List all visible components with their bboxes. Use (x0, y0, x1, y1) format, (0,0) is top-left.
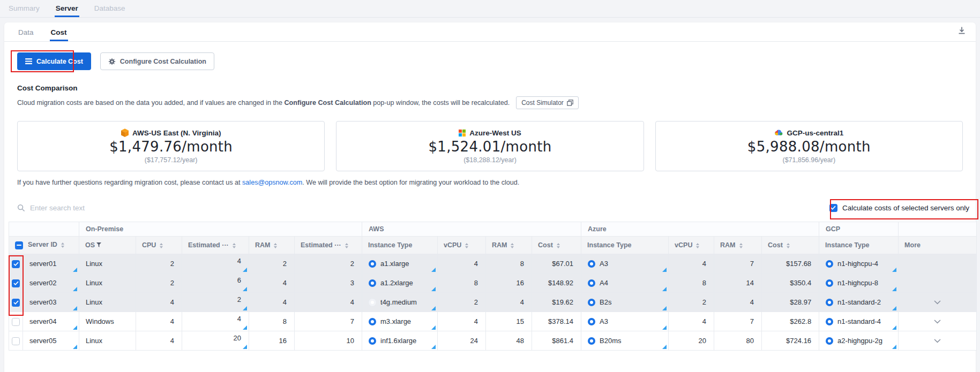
column-header-estimated-[interactable]: Estimated ··· (182, 237, 249, 254)
column-header-estimated-[interactable]: Estimated ··· (295, 237, 362, 254)
column-header-ram[interactable]: RAM (486, 237, 532, 254)
select-all-checkbox[interactable] (15, 241, 23, 249)
aws-cost-cell: $67.01 (532, 254, 581, 274)
aws-instance-cell[interactable]: t4g.medium (362, 293, 438, 312)
provider-name: GCP-us-central1 (787, 129, 843, 137)
column-header-instance-type: Instance Type (581, 237, 669, 254)
gcp-icon (774, 130, 783, 136)
row-checkbox[interactable] (12, 337, 20, 345)
selected-only-checkbox[interactable] (829, 204, 837, 212)
aws-cost-cell: $19.62 (532, 293, 581, 312)
azure-instance-cell[interactable]: A4 (581, 274, 669, 293)
azure-cost-cell: $724.16 (762, 331, 819, 351)
estimated-cpu-cell[interactable]: 2 (182, 293, 249, 312)
expand-chevron-icon[interactable] (934, 298, 941, 306)
aws-instance-cell[interactable]: a1.xlarge (362, 254, 438, 274)
sort-icon[interactable] (274, 243, 277, 248)
gcp-instance-cell[interactable]: n1-standard-2 (819, 293, 899, 312)
aws-ram-cell: 48 (486, 331, 532, 351)
aws-instance-cell[interactable]: a1.2xlarge (362, 274, 438, 293)
filter-icon[interactable] (96, 241, 101, 249)
gcp-instance-cell[interactable]: a2-highgpu-2g (819, 331, 899, 351)
sort-icon[interactable] (465, 243, 468, 248)
sort-icon[interactable] (233, 243, 236, 248)
estimated-cpu-cell[interactable]: 4 (182, 254, 249, 274)
tab-cost[interactable]: Cost (50, 28, 68, 41)
group-header-blank (9, 222, 79, 237)
sort-icon[interactable] (160, 243, 163, 248)
os-cell: Linux (79, 331, 136, 351)
gcp-instance-cell[interactable]: n1-highcpu-8 (819, 274, 899, 293)
tab-database[interactable]: Database (93, 4, 126, 17)
tab-summary[interactable]: Summary (8, 4, 41, 17)
column-header-cost[interactable]: Cost (762, 237, 819, 254)
configure-cost-button[interactable]: Configure Cost Calculation (100, 52, 214, 70)
gcp-instance-cell[interactable]: n1-standard-4 (819, 312, 899, 331)
sort-icon[interactable] (739, 243, 743, 248)
column-header-os[interactable]: OS (79, 237, 136, 254)
azure-instance-cell[interactable]: A3 (581, 254, 669, 274)
instance-type-label: n1-standard-4 (837, 317, 881, 325)
aws-ram-cell: 16 (486, 274, 532, 293)
azure-instance-cell[interactable]: B20ms (581, 331, 669, 351)
calculate-cost-button[interactable]: Calculate Cost (17, 52, 91, 70)
row-checkbox[interactable] (12, 318, 20, 326)
contact-note: If you have further questions regarding … (17, 179, 963, 186)
cost-simulator-button[interactable]: Cost Simulator (516, 96, 579, 109)
server-id-cell[interactable]: server04 (23, 312, 79, 331)
sort-icon[interactable] (557, 243, 560, 248)
column-header-ram[interactable]: RAM (249, 237, 295, 254)
download-icon (957, 26, 966, 35)
sort-icon[interactable] (345, 243, 348, 248)
server-id-cell[interactable]: server01 (23, 254, 79, 274)
sort-icon[interactable] (61, 242, 64, 248)
column-header-ram[interactable]: RAM (714, 237, 762, 254)
column-header-server-id[interactable]: Server ID (9, 237, 79, 254)
sort-icon[interactable] (511, 243, 514, 248)
server-id-cell[interactable]: server02 (23, 274, 79, 293)
list-icon (25, 58, 32, 64)
estimated-cpu-cell[interactable]: 20 (182, 331, 249, 351)
ram-cell: 4 (249, 293, 295, 312)
sort-icon[interactable] (787, 243, 790, 248)
tab-data[interactable]: Data (17, 28, 35, 41)
azure-cost-cell: $262.8 (762, 312, 819, 331)
row-checkbox[interactable] (12, 260, 20, 268)
azure-instance-cell[interactable]: B2s (581, 293, 669, 312)
column-header-vcpu[interactable]: vCPU (438, 237, 486, 254)
row-checkbox[interactable] (12, 299, 20, 307)
provider-name: AWS-US East (N. Virginia) (132, 129, 221, 137)
sort-icon[interactable] (696, 243, 699, 248)
server-id-cell[interactable]: server03 (23, 293, 79, 312)
monthly-cost: $1,524.01/month (429, 139, 552, 155)
column-header-more: More (899, 237, 977, 254)
download-button[interactable] (957, 26, 966, 36)
column-label: Server ID (28, 241, 57, 248)
column-label: CPU (142, 241, 156, 249)
column-header-cpu[interactable]: CPU (136, 237, 182, 254)
expand-chevron-icon[interactable] (934, 337, 941, 345)
gear-icon (108, 58, 116, 65)
server-id-cell[interactable]: server05 (23, 331, 79, 351)
sales-email-link[interactable]: sales@opsnow.com (242, 179, 302, 186)
estimated-cpu-cell[interactable]: 4 (182, 312, 249, 331)
gcp-cost-card: GCP-us-central1 $5,988.08/month ($71,856… (655, 121, 963, 171)
row-select-cell (9, 254, 23, 274)
aws-instance-cell[interactable]: inf1.6xlarge (362, 331, 438, 351)
estimated-cpu-cell[interactable]: 6 (182, 274, 249, 293)
table-header-row: Server IDOSCPUEstimated ···RAMEstimated … (9, 237, 977, 254)
row-checkbox[interactable] (12, 279, 20, 287)
group-header-azure: Azure (581, 222, 819, 237)
expand-chevron-icon[interactable] (934, 317, 941, 325)
tab-server[interactable]: Server (55, 4, 79, 17)
gcp-instance-cell[interactable]: n1-highcpu-4 (819, 254, 899, 274)
azure-instance-cell[interactable]: A3 (581, 312, 669, 331)
instance-radio-icon (588, 318, 595, 325)
selected-only-toggle[interactable]: Calculate costs of selected servers only (829, 204, 969, 212)
azure-vcpu-cell: 8 (669, 274, 714, 293)
column-header-vcpu[interactable]: vCPU (669, 237, 714, 254)
search-input[interactable] (30, 204, 255, 212)
aws-cost-cell: $378.14 (532, 312, 581, 331)
aws-instance-cell[interactable]: m3.xlarge (362, 312, 438, 331)
column-header-cost[interactable]: Cost (532, 237, 581, 254)
